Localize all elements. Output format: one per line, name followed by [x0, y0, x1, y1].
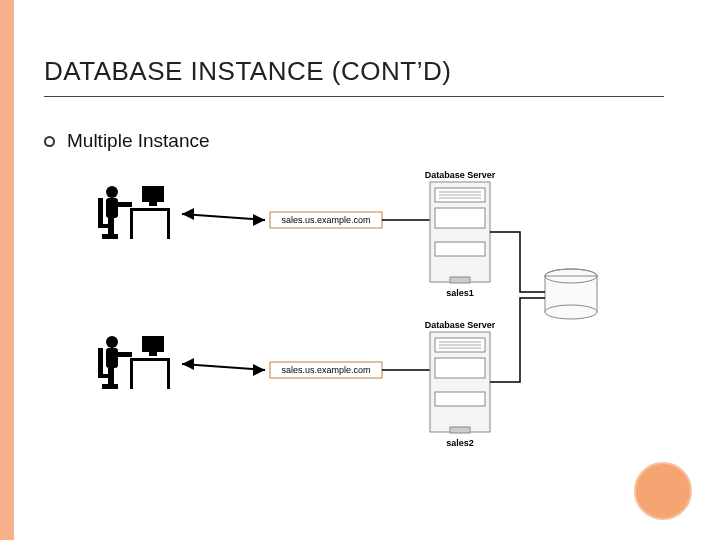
arrow-icon [182, 208, 265, 226]
hostname-box: sales.us.example.com [270, 362, 382, 378]
svg-line-12 [182, 214, 265, 220]
connector-line [490, 232, 545, 292]
svg-rect-25 [149, 352, 157, 356]
slide-title: DATABASE INSTANCE (CONT’D) [44, 56, 451, 87]
server-icon [430, 332, 490, 433]
accent-stripe [0, 0, 14, 540]
server-heading: Database Server [425, 170, 496, 180]
bullet-item: Multiple Instance [44, 130, 210, 152]
bullet-text: Multiple Instance [67, 130, 210, 152]
server-heading: Database Server [425, 320, 496, 330]
svg-rect-4 [167, 211, 170, 239]
architecture-diagram: sales.us.example.com Database Server sal… [90, 170, 650, 470]
svg-line-36 [182, 364, 265, 370]
svg-marker-14 [253, 214, 265, 226]
svg-rect-1 [149, 202, 157, 206]
hostname-label: sales.us.example.com [281, 365, 370, 375]
svg-marker-13 [182, 208, 194, 220]
arrow-icon [182, 358, 265, 376]
user-icon [98, 336, 170, 389]
svg-rect-10 [98, 198, 103, 224]
svg-rect-35 [98, 374, 112, 378]
svg-marker-38 [253, 364, 265, 376]
svg-rect-2 [130, 208, 170, 211]
server-caption: sales1 [446, 288, 474, 298]
svg-rect-22 [435, 242, 485, 256]
svg-rect-28 [167, 361, 170, 389]
svg-rect-31 [114, 352, 132, 357]
svg-marker-37 [182, 358, 194, 370]
svg-rect-0 [142, 186, 164, 202]
connector-line [490, 298, 545, 382]
svg-rect-45 [435, 358, 485, 378]
svg-rect-11 [98, 224, 112, 228]
svg-rect-24 [142, 336, 164, 352]
svg-rect-26 [130, 358, 170, 361]
svg-rect-6 [106, 198, 118, 218]
user-icon [98, 186, 170, 239]
svg-rect-47 [450, 427, 470, 433]
server-icon [430, 182, 490, 283]
svg-point-5 [106, 186, 118, 198]
hostname-label: sales.us.example.com [281, 215, 370, 225]
svg-point-29 [106, 336, 118, 348]
svg-rect-46 [435, 392, 485, 406]
svg-rect-7 [114, 202, 132, 207]
svg-rect-34 [98, 348, 103, 374]
svg-rect-3 [130, 211, 133, 239]
svg-rect-9 [102, 234, 118, 239]
svg-rect-23 [450, 277, 470, 283]
svg-rect-30 [106, 348, 118, 368]
database-icon [545, 269, 597, 319]
server-caption: sales2 [446, 438, 474, 448]
title-underline [44, 96, 664, 97]
svg-point-50 [545, 305, 597, 319]
accent-circle-icon [634, 462, 692, 520]
svg-rect-27 [130, 361, 133, 389]
svg-rect-21 [435, 208, 485, 228]
svg-rect-33 [102, 384, 118, 389]
ring-bullet-icon [44, 136, 55, 147]
hostname-box: sales.us.example.com [270, 212, 382, 228]
